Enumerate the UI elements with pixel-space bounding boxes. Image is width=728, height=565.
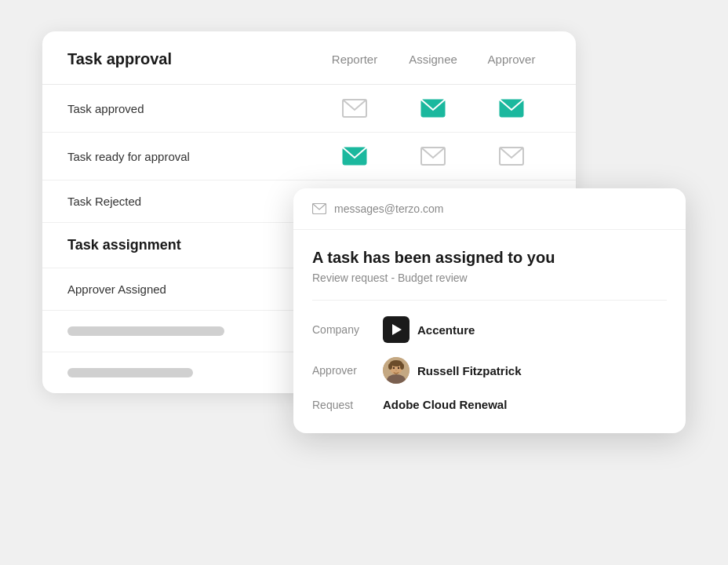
assignee-envelope-icon: [420, 99, 446, 118]
row-label: Approver Assigned: [67, 282, 315, 296]
reporter-icon-cell: [315, 99, 394, 118]
reporter-envelope-active-icon: [342, 147, 367, 166]
svg-point-16: [395, 370, 397, 371]
company-value: Accenture: [383, 316, 475, 343]
svg-point-15: [398, 367, 399, 369]
email-popup-card: messages@terzo.com A task has been assig…: [293, 188, 686, 433]
approver-value: Russell Fitzpatrick: [383, 357, 522, 384]
svg-point-12: [388, 363, 392, 370]
approver-name: Russell Fitzpatrick: [417, 364, 522, 377]
svg-marker-7: [392, 324, 402, 335]
svg-point-14: [393, 367, 395, 369]
placeholder-bar: [67, 326, 224, 336]
row-label: Task ready for approval: [67, 150, 315, 163]
row-label: Task approved: [67, 102, 315, 115]
company-field: Company Accenture: [312, 316, 667, 343]
play-icon: [389, 323, 403, 337]
avatar: [383, 357, 410, 384]
avatar-image: [383, 357, 410, 384]
row-icons: [315, 147, 551, 166]
svg-point-13: [400, 363, 404, 370]
column-headers: Reporter Assignee Approver: [315, 53, 551, 66]
approver-envelope-inactive-icon: [499, 147, 524, 166]
email-from-address: messages@terzo.com: [334, 202, 443, 215]
row-icons: [315, 99, 551, 118]
company-name: Accenture: [417, 323, 475, 337]
request-field: Request Adobe Cloud Renewal: [312, 398, 667, 411]
section-title: Task assignment: [67, 237, 315, 253]
reporter-envelope-icon: [342, 99, 367, 118]
email-body: A task has been assigned to you Review r…: [293, 230, 686, 301]
company-label: Company: [312, 323, 383, 336]
approver-label: Approver: [312, 364, 383, 377]
request-name: Adobe Cloud Renewal: [383, 398, 507, 411]
table-header: Task approval Reporter Assignee Approver: [42, 31, 576, 85]
placeholder-bar: [67, 368, 193, 377]
company-icon: [383, 316, 410, 343]
assignee-col-header: Assignee: [394, 53, 472, 66]
assignee-icon-cell: [394, 99, 472, 118]
reporter-icon-cell: [315, 147, 394, 166]
approver-col-header: Approver: [472, 53, 551, 66]
approver-icon-cell: [472, 99, 551, 118]
approver-envelope-icon: [499, 99, 524, 118]
table-row: Task approved: [42, 85, 576, 133]
email-subject: A task has been assigned to you: [312, 249, 667, 267]
table-row: Task ready for approval: [42, 133, 576, 180]
email-header: messages@terzo.com: [293, 188, 686, 230]
approver-field: Approver: [312, 357, 667, 384]
assignee-envelope-inactive-icon: [420, 147, 446, 166]
row-label: Task Rejected: [67, 195, 315, 208]
assignee-icon-cell: [394, 147, 472, 166]
reporter-col-header: Reporter: [315, 53, 394, 66]
request-label: Request: [312, 399, 383, 411]
table-title: Task approval: [67, 50, 315, 68]
email-subtitle: Review request - Budget review: [312, 272, 667, 284]
request-value: Adobe Cloud Renewal: [383, 398, 507, 411]
email-fields: Company Accenture Approver: [293, 316, 686, 433]
approver-icon-cell: [472, 147, 551, 166]
email-divider: [312, 300, 667, 301]
email-icon: [312, 203, 326, 214]
